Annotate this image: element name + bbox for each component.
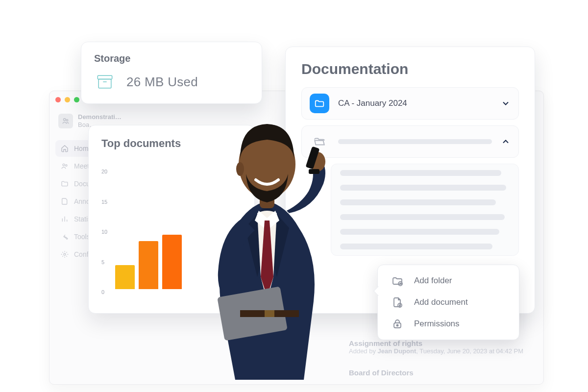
brand-logo-icon — [58, 114, 73, 128]
menu-item-permissions[interactable]: Permissions — [381, 313, 516, 335]
menu-item-label: Permissions — [414, 319, 460, 329]
folder-add-icon — [392, 275, 403, 287]
chevron-up-icon[interactable] — [501, 137, 511, 147]
placeholder-line — [340, 214, 505, 220]
svg-rect-5 — [98, 75, 112, 79]
bg-list-item-title: Board of Directors — [349, 368, 530, 377]
bg-list-item: Board of Directors — [349, 368, 530, 377]
lock-icon — [392, 318, 403, 330]
close-icon[interactable] — [55, 97, 61, 102]
folder-open-icon — [310, 132, 329, 151]
card-title: Top documents — [101, 137, 242, 150]
menu-item-add-document[interactable]: Add document — [381, 292, 516, 313]
storage-card: Storage 26 MB Used — [81, 42, 262, 104]
chart-bars — [115, 169, 182, 289]
chart-ytick: 5 — [101, 259, 104, 265]
folder-row-primary[interactable]: CA - January 2024 — [301, 87, 519, 120]
placeholder-line — [340, 185, 506, 191]
folder-icon — [310, 94, 329, 113]
svg-point-19 — [396, 324, 398, 326]
chart-bar — [139, 241, 158, 289]
folder-contents-placeholder — [331, 164, 519, 256]
wrench-icon — [60, 232, 69, 241]
placeholder-line — [340, 199, 496, 205]
sidebar-item-label: Tools — [74, 233, 90, 241]
chart-ytick: 10 — [101, 229, 107, 235]
folder-name: CA - January 2024 — [338, 98, 492, 108]
users-icon — [60, 162, 69, 171]
placeholder-line — [338, 139, 492, 144]
bg-list-item-subtitle: Added by Jean Dupont, Tuesday, June 20, … — [349, 347, 530, 355]
folder-icon — [60, 179, 69, 188]
context-menu: Add folder Add document Permissions — [377, 265, 519, 340]
gear-icon — [60, 250, 69, 259]
storage-used-value: 26 MB Used — [126, 74, 198, 90]
card-title: Storage — [94, 53, 249, 64]
top-documents-card: Top documents 05101520 — [88, 125, 255, 314]
document-add-icon — [392, 296, 403, 308]
archive-box-icon — [94, 71, 116, 93]
menu-item-label: Add document — [414, 297, 468, 307]
chart-ytick: 15 — [101, 199, 107, 205]
home-icon — [60, 144, 69, 153]
svg-point-0 — [64, 118, 66, 121]
svg-point-3 — [66, 165, 67, 166]
window-controls — [55, 97, 79, 102]
bg-list-item-title: Assignment of rights — [349, 339, 530, 347]
menu-item-add-folder[interactable]: Add folder — [381, 270, 516, 292]
chart-bar — [115, 265, 135, 289]
folder-row-expanded[interactable] — [301, 125, 519, 158]
placeholder-line — [340, 229, 499, 235]
minimize-icon[interactable] — [65, 97, 70, 102]
placeholder-line — [340, 244, 492, 249]
note-icon — [60, 197, 69, 206]
bars-icon — [60, 215, 69, 223]
chart-ytick: 20 — [101, 169, 107, 174]
chevron-down-icon[interactable] — [501, 98, 511, 108]
placeholder-line — [340, 170, 501, 176]
maximize-icon[interactable] — [74, 97, 79, 102]
svg-point-1 — [66, 119, 68, 121]
svg-point-2 — [63, 164, 65, 166]
chart-ytick: 0 — [101, 289, 104, 295]
svg-point-4 — [64, 253, 66, 255]
svg-rect-6 — [98, 79, 111, 88]
chart-bar — [162, 235, 182, 289]
bg-list-item: Assignment of rights Added by Jean Dupon… — [349, 339, 530, 355]
brand-title: Demonstrati… — [78, 113, 122, 121]
panel-title: Documentation — [301, 61, 519, 77]
bar-chart: 05101520 — [111, 159, 242, 296]
menu-item-label: Add folder — [414, 276, 452, 286]
